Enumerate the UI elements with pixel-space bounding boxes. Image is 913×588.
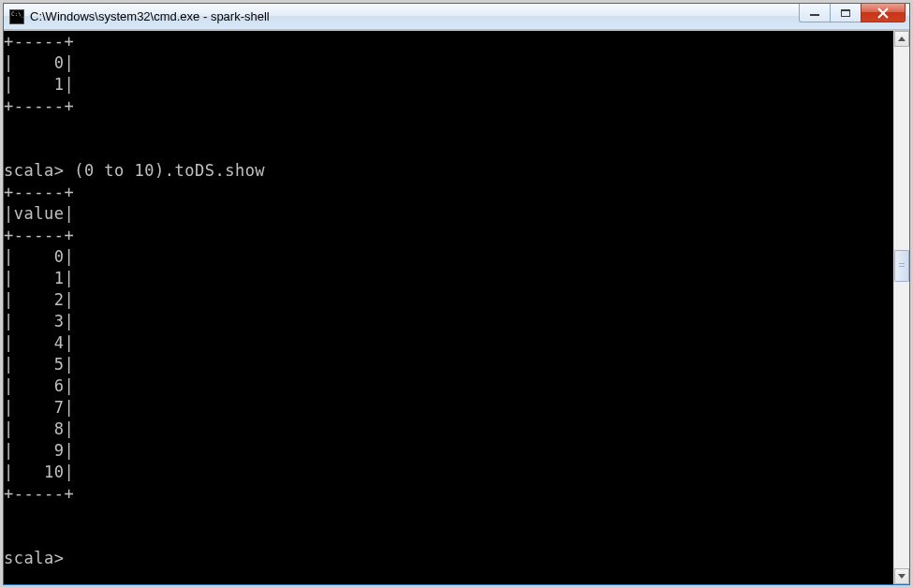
scroll-track[interactable] (894, 47, 909, 568)
close-button[interactable] (861, 4, 906, 22)
scrollbar[interactable] (893, 31, 909, 584)
maximize-button[interactable] (830, 4, 861, 22)
cmd-icon (9, 9, 24, 24)
close-icon (877, 7, 889, 19)
window-controls (800, 4, 909, 29)
chevron-down-icon (898, 574, 906, 579)
chevron-up-icon (898, 37, 906, 41)
minimize-button[interactable] (799, 4, 831, 22)
cmd-window: C:\Windows\system32\cmd.exe - spark-shel… (3, 3, 910, 585)
scroll-thumb[interactable] (894, 250, 909, 282)
scroll-up-button[interactable] (894, 31, 909, 47)
scroll-down-button[interactable] (894, 568, 909, 584)
content-area: +-----+ | 0| | 1| +-----+ scala> (0 to 1… (4, 30, 909, 584)
maximize-icon (841, 9, 850, 17)
terminal-output[interactable]: +-----+ | 0| | 1| +-----+ scala> (0 to 1… (4, 31, 893, 584)
minimize-icon (810, 14, 819, 16)
titlebar-text: C:\Windows\system32\cmd.exe - spark-shel… (30, 9, 800, 23)
titlebar[interactable]: C:\Windows\system32\cmd.exe - spark-shel… (4, 4, 909, 30)
